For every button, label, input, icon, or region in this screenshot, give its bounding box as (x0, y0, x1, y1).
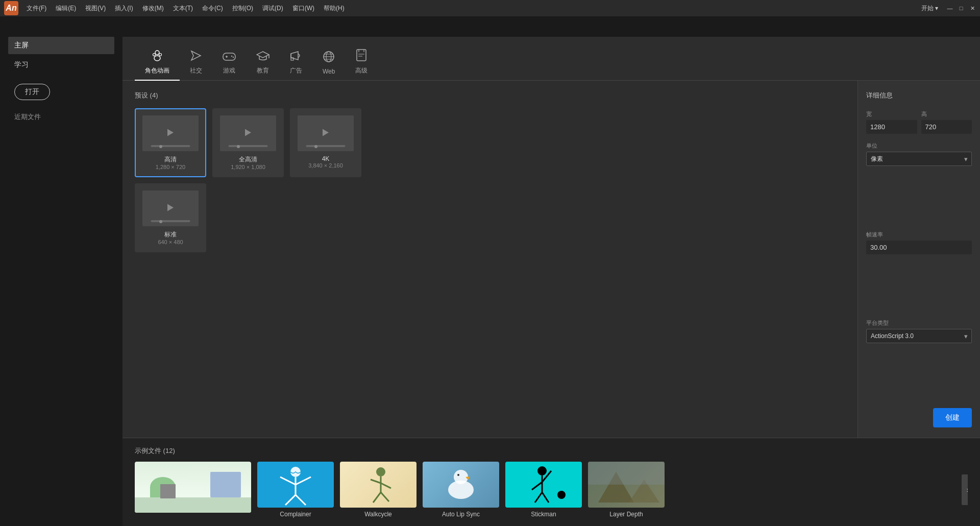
svg-point-33 (454, 470, 468, 484)
svg-line-30 (373, 492, 381, 503)
svg-line-39 (535, 492, 542, 503)
example-card-complainer[interactable]: Complainer (257, 462, 334, 518)
advanced-icon (356, 49, 366, 63)
layerdepth-label: Layer Depth (588, 511, 665, 518)
unit-label: 单位 (866, 142, 972, 150)
close-button[interactable]: ✕ (969, 5, 976, 12)
create-button[interactable]: 创建 (933, 408, 972, 427)
presets-section-title: 预设 (4) (135, 91, 845, 100)
svg-point-35 (537, 466, 547, 475)
tab-advanced-label: 高级 (355, 66, 368, 75)
svg-rect-17 (357, 50, 366, 61)
start-button[interactable]: 开始 ▾ (917, 3, 942, 14)
example-card-layerdepth[interactable]: Layer Depth (588, 462, 665, 518)
preset-grid: 高清 1,280 × 720 全高清 1,920 (135, 108, 845, 252)
unit-select-wrapper: 像素 (866, 152, 972, 166)
svg-line-24 (285, 495, 296, 505)
height-label: 高 (921, 110, 972, 118)
scroll-right-button[interactable]: › (962, 474, 968, 505)
svg-point-8 (233, 57, 234, 58)
maximize-button[interactable]: □ (958, 5, 965, 12)
sidebar-item-learn[interactable]: 学习 (8, 56, 114, 74)
menu-help[interactable]: 帮助(H) (320, 2, 349, 15)
width-group: 宽 (866, 110, 917, 134)
preset-fullhd-size: 1,920 × 1,080 (231, 164, 265, 170)
width-input[interactable] (866, 120, 917, 134)
menu-view[interactable]: 视图(V) (81, 2, 110, 15)
height-group: 高 (921, 110, 972, 134)
tab-advanced[interactable]: 高级 (345, 45, 378, 80)
menu-edit[interactable]: 编辑(E) (52, 2, 80, 15)
svg-line-28 (371, 480, 381, 483)
svg-line-31 (381, 492, 389, 501)
examples-title: 示例文件 (12) (135, 446, 968, 456)
details-title: 详细信息 (866, 91, 972, 100)
content-area: 角色动画 社交 (122, 37, 980, 526)
preset-card-4k[interactable]: 4K 3,840 × 2,160 (290, 108, 361, 177)
example-card-stickman[interactable]: Stickman (505, 462, 582, 518)
svg-point-2 (153, 54, 156, 56)
menu-modify[interactable]: 修改(M) (138, 2, 168, 15)
svg-point-41 (557, 491, 566, 499)
tab-character-animation-label: 角色动画 (145, 66, 169, 75)
menu-debug[interactable]: 调试(D) (258, 2, 287, 15)
examples-section: 示例文件 (12) (122, 438, 980, 526)
menu-command[interactable]: 命令(C) (198, 2, 227, 15)
content-inner: 预设 (4) 高清 1,280 × 720 (122, 81, 980, 438)
tab-education-label: 教育 (257, 66, 269, 75)
height-input[interactable] (921, 120, 972, 134)
ad-icon (290, 50, 302, 63)
menu-text[interactable]: 文本(T) (169, 2, 197, 15)
minimize-button[interactable]: — (946, 5, 953, 12)
svg-line-23 (296, 477, 311, 485)
game-icon (223, 51, 236, 63)
dimensions-row: 宽 高 (866, 110, 972, 134)
platform-select-wrapper: ActionScript 3.0 HTML5 Canvas WebGL (866, 329, 972, 343)
tab-web[interactable]: Web (312, 46, 345, 80)
tab-social[interactable]: 社交 (180, 46, 212, 80)
menu-file[interactable]: 文件(F) (22, 2, 51, 15)
title-bar: An 文件(F) 编辑(E) 视图(V) 插入(I) 修改(M) 文本(T) 命… (0, 0, 980, 16)
details-panel: 详细信息 宽 高 单位 像素 (857, 81, 980, 438)
education-icon (256, 50, 270, 63)
fps-input[interactable] (866, 241, 972, 254)
menu-insert[interactable]: 插入(I) (111, 2, 137, 15)
recent-files-label: 近期文件 (8, 108, 114, 126)
width-label: 宽 (866, 110, 917, 118)
tab-character-animation[interactable]: 角色动画 (135, 46, 180, 80)
svg-line-29 (381, 483, 391, 488)
menu-control[interactable]: 控制(O) (228, 2, 257, 15)
platform-select[interactable]: ActionScript 3.0 HTML5 Canvas WebGL (866, 329, 972, 343)
unit-group: 单位 像素 (866, 142, 972, 223)
preset-fullhd-name: 全高清 (239, 155, 257, 164)
unit-select[interactable]: 像素 (866, 152, 972, 166)
open-button[interactable]: 打开 (14, 84, 50, 100)
sidebar: 主屏 学习 打开 近期文件 (0, 16, 122, 526)
svg-rect-45 (588, 462, 665, 485)
example-card-walkcycle[interactable]: Walkcycle (340, 462, 416, 518)
complainer-label: Complainer (257, 511, 334, 518)
example-card-autolipsync[interactable]: Auto Lip Sync (423, 462, 499, 518)
preset-card-standard[interactable]: 标准 640 × 480 (135, 183, 206, 252)
preset-standard-name: 标准 (164, 230, 177, 239)
example-card-office[interactable] (135, 462, 251, 518)
fps-label: 帧速率 (866, 231, 972, 238)
tab-social-label: 社交 (190, 66, 202, 75)
platform-label: 平台类型 (866, 319, 972, 327)
tab-ad-label: 广告 (290, 66, 302, 75)
menu-window[interactable]: 窗口(W) (288, 2, 318, 15)
tab-education[interactable]: 教育 (246, 46, 280, 80)
tab-game[interactable]: 游戏 (212, 47, 246, 80)
sidebar-item-home[interactable]: 主屏 (8, 37, 114, 54)
character-animation-icon (151, 50, 164, 63)
svg-line-25 (296, 495, 306, 505)
preset-card-fullhd[interactable]: 全高清 1,920 × 1,080 (212, 108, 284, 177)
preset-hd-name: 高清 (164, 155, 177, 164)
autolipsync-label: Auto Lip Sync (423, 511, 499, 518)
social-icon (190, 50, 202, 63)
preset-card-hd[interactable]: 高清 1,280 × 720 (135, 108, 206, 177)
svg-line-40 (542, 492, 549, 503)
menu-bar: 文件(F) 编辑(E) 视图(V) 插入(I) 修改(M) 文本(T) 命令(C… (22, 2, 917, 15)
web-icon (323, 51, 335, 65)
tab-ad[interactable]: 广告 (280, 46, 312, 80)
